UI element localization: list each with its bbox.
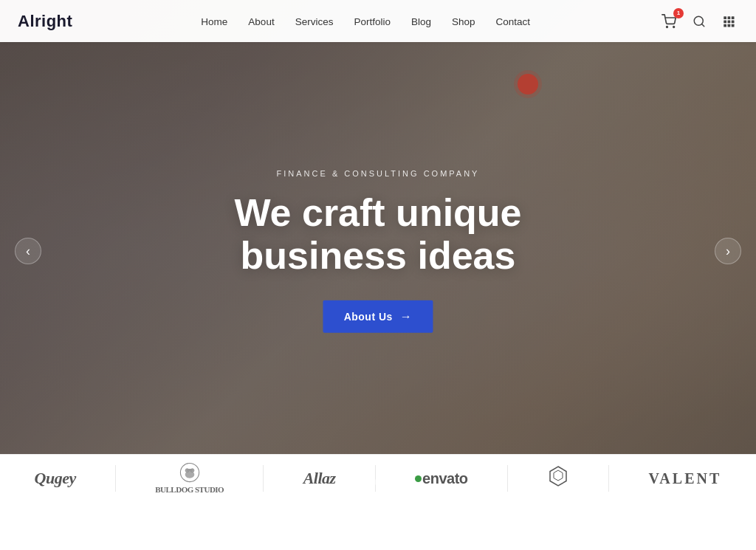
right-arrow-icon: › (726, 244, 730, 259)
site-logo[interactable]: Alright (18, 12, 72, 31)
main-nav: Home About Services Portfolio Blog Shop … (201, 15, 530, 28)
nav-item-services[interactable]: Services (295, 15, 334, 28)
hero-dot-1[interactable] (360, 478, 367, 486)
navbar-icons: 1 (659, 11, 738, 32)
hero-content: Finance & Consulting Company We craft un… (234, 169, 521, 333)
cart-badge: 1 (673, 8, 684, 18)
svg-point-0 (667, 26, 668, 27)
red-dot (518, 74, 538, 94)
svg-rect-17 (187, 469, 193, 472)
search-icon (693, 15, 706, 28)
grid-menu-button[interactable] (719, 12, 738, 31)
hex-logo-icon (547, 465, 569, 487)
left-arrow-icon: ‹ (26, 244, 30, 259)
hero-slide-dots (360, 478, 396, 486)
svg-rect-5 (727, 16, 730, 19)
hero-title-line1: We craft unique (234, 191, 521, 234)
logo-allaz: Allaz (303, 469, 336, 488)
hero-subtitle: Finance & Consulting Company (234, 169, 521, 178)
hero-title-line2: business ideas (241, 234, 516, 277)
svg-rect-10 (724, 24, 726, 27)
logo-separator-4 (507, 465, 508, 492)
logo-separator-2 (263, 465, 264, 492)
logo-qugey: Qugey (35, 469, 76, 488)
svg-marker-19 (554, 470, 563, 481)
hero-next-button[interactable]: › (715, 238, 741, 264)
nav-item-home[interactable]: Home (201, 15, 227, 28)
bulldog-icon (179, 462, 200, 483)
logo-bulldog: BULLDOG STUDIO (155, 462, 224, 495)
nav-item-portfolio[interactable]: Portfolio (354, 15, 391, 28)
svg-rect-9 (732, 20, 735, 23)
hero-section: Finance & Consulting Company We craft un… (0, 0, 756, 502)
svg-rect-7 (724, 20, 726, 23)
hero-prev-button[interactable]: ‹ (15, 238, 41, 264)
logo-envato: envato (415, 470, 467, 487)
hero-cta-button[interactable]: About Us → (323, 300, 433, 333)
svg-line-3 (701, 24, 704, 26)
hero-cta-arrow: → (400, 310, 413, 323)
svg-marker-18 (550, 467, 566, 486)
nav-item-about[interactable]: About (248, 15, 274, 28)
svg-rect-4 (724, 16, 726, 19)
grid-icon (722, 15, 735, 28)
logo-hex (547, 465, 569, 492)
logo-separator-1 (115, 465, 116, 492)
hero-dot-2[interactable] (374, 478, 382, 486)
search-button[interactable] (690, 12, 709, 31)
nav-item-blog[interactable]: Blog (411, 15, 431, 28)
nav-item-shop[interactable]: Shop (452, 15, 475, 28)
envato-dot-icon (415, 475, 422, 482)
hero-dot-3[interactable] (389, 478, 396, 486)
svg-rect-11 (727, 24, 730, 27)
hero-title: We craft unique business ideas (234, 191, 521, 277)
logo-separator-5 (608, 465, 609, 492)
hero-cta-label: About Us (344, 311, 393, 323)
cart-icon-wrap[interactable]: 1 (659, 11, 679, 32)
svg-rect-8 (727, 20, 730, 23)
cart-button[interactable]: 1 (659, 11, 679, 32)
hero-dot-decoration (518, 74, 538, 94)
nav-item-contact[interactable]: Contact (496, 15, 531, 28)
svg-point-1 (673, 26, 675, 27)
svg-rect-12 (732, 24, 735, 27)
navbar: Alright Home About Services Portfolio Bl… (0, 0, 756, 42)
logo-valent: VALENT (649, 470, 722, 487)
svg-rect-6 (732, 16, 735, 19)
